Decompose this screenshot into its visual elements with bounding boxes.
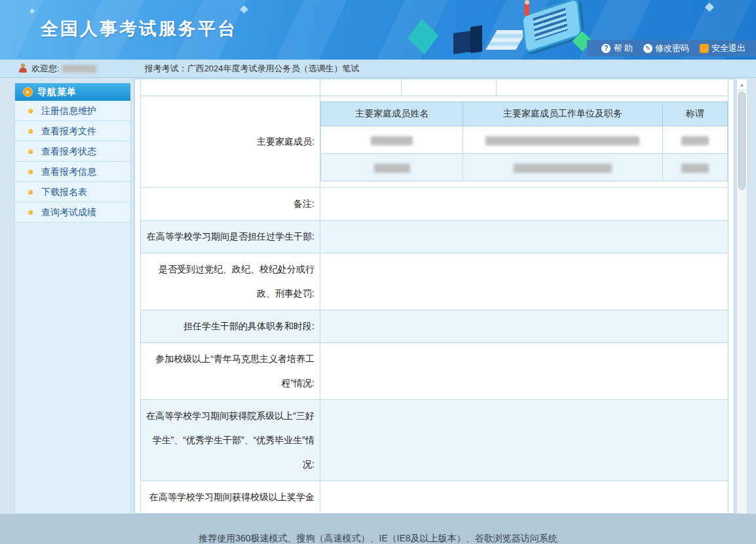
- row-label: 担任学生干部的具体职务和时段:: [146, 314, 314, 338]
- sidebar: ▾ 导航菜单 注册信息维护 查看报考文件 查看报考状态 查看报考信息 下载报名表…: [14, 83, 131, 514]
- exam-label: 报考考试：广西2024年度考试录用公务员（选调生）笔试: [145, 63, 360, 75]
- row-value: [320, 188, 728, 220]
- sidebar-item-exam-documents[interactable]: 查看报考文件: [15, 121, 130, 141]
- row-value: [320, 310, 728, 342]
- bullet-icon: [28, 129, 33, 134]
- row-value: [320, 343, 728, 399]
- family-col-name: 主要家庭成员姓名: [321, 102, 463, 126]
- scrollbar-thumb[interactable]: [738, 92, 746, 190]
- scroll-up-arrow-icon[interactable]: ▲: [737, 79, 747, 90]
- row-value: [320, 481, 728, 514]
- sidebar-item-exam-results[interactable]: 查询考试成绩: [15, 202, 130, 223]
- row-value: [320, 221, 728, 253]
- main-content: 主要家庭成员: 主要家庭成员姓名 主要家庭成员工作单位及职务 称谓: [134, 79, 734, 514]
- help-button[interactable]: ? 帮 助: [601, 43, 633, 54]
- help-label: 帮 助: [613, 43, 633, 54]
- site-title: 全国人事考试服务平台: [41, 17, 237, 41]
- illustration-diamond-icon: [407, 19, 438, 54]
- chevron-down-icon: ▾: [23, 87, 33, 97]
- header-action-strip: ? 帮 助 ✎ 修改密码 → 安全退出: [587, 40, 756, 56]
- redacted-relation: [681, 164, 709, 173]
- illustration-person-icon: [524, 4, 529, 16]
- footer: 推荐使用360极速模式、搜狗（高速模式）、IE（IE8及以上版本）、谷歌浏览器访…: [0, 514, 756, 544]
- form-row-discipline-punishment: 是否受到过党纪、政纪、校纪处分或行政、刑事处罚:: [141, 253, 728, 310]
- form-row-cadre-position-period: 担任学生干部的具体职务和时段:: [141, 310, 728, 343]
- sidebar-item-download-form[interactable]: 下载报名表: [15, 182, 130, 202]
- form-row-remarks: 备注:: [141, 188, 728, 221]
- welcome-label: 欢迎您:: [31, 63, 60, 75]
- row-value: [320, 253, 728, 310]
- redacted-username: [62, 65, 96, 73]
- row-value: [320, 400, 728, 481]
- browser-recommendation-text: 推荐使用360极速模式、搜狗（高速模式）、IE（IE8及以上版本）、谷歌浏览器访…: [0, 514, 756, 544]
- welcome-bar: 欢迎您: 报考考试：广西2024年度考试录用公务员（选调生）笔试: [0, 60, 756, 78]
- change-password-button[interactable]: ✎ 修改密码: [643, 43, 689, 54]
- bullet-icon: [28, 149, 33, 154]
- redacted-name: [374, 164, 410, 173]
- family-col-workunit: 主要家庭成员工作单位及职务: [463, 102, 662, 126]
- decor-diamond-icon: [705, 3, 714, 12]
- row-label: 在高等学校学习期间获得校级以上奖学金情况:: [146, 485, 314, 514]
- form-row-student-cadre: 在高等学校学习期间是否担任过学生干部:: [141, 221, 728, 253]
- sidebar-item-exam-info[interactable]: 查看报考信息: [15, 162, 130, 182]
- registration-form-table: 主要家庭成员: 主要家庭成员姓名 主要家庭成员工作单位及职务 称谓: [140, 79, 728, 514]
- sidebar-item-label: 查看报考文件: [41, 126, 96, 136]
- bullet-icon: [28, 109, 33, 113]
- row-label: 参加校级以上“青年马克思主义者培养工程”情况:: [146, 347, 314, 395]
- sidebar-item-label: 查看报考信息: [41, 166, 96, 177]
- redacted-relation: [681, 136, 709, 145]
- change-password-icon: ✎: [643, 44, 652, 53]
- family-members-table: 主要家庭成员姓名 主要家庭成员工作单位及职务 称谓: [320, 101, 728, 181]
- sidebar-item-label: 查询考试成绩: [41, 207, 96, 217]
- table-row: [321, 126, 728, 154]
- row-label: 在高等学校学习期间是否担任过学生干部:: [146, 225, 314, 249]
- redacted-workunit: [514, 164, 612, 173]
- table-row: [321, 154, 728, 181]
- vertical-scrollbar[interactable]: ▲: [736, 79, 747, 514]
- row-label: 主要家庭成员:: [146, 130, 314, 154]
- sidebar-item-label: 下载报名表: [41, 187, 87, 197]
- decor-diamond-icon: [240, 5, 248, 14]
- logout-button[interactable]: → 安全退出: [700, 43, 746, 54]
- change-password-label: 修改密码: [655, 43, 689, 54]
- page: 全国人事考试服务平台 ? 帮 助 ✎ 修改密码 →: [0, 0, 756, 544]
- help-icon: ?: [601, 44, 611, 53]
- decor-diamond-icon: [29, 9, 35, 14]
- form-row-honors: 在高等学校学习期间获得院系级以上“三好学生”、“优秀学生干部”、“优秀毕业生”情…: [141, 400, 728, 481]
- bullet-icon: [28, 190, 33, 194]
- user-icon: [18, 63, 28, 73]
- row-label: 在高等学校学习期间获得院系级以上“三好学生”、“优秀学生干部”、“优秀毕业生”情…: [146, 404, 314, 477]
- sidebar-item-label: 注册信息维护: [41, 105, 96, 116]
- logout-label: 安全退出: [711, 43, 746, 54]
- banner-illustration: [393, 0, 603, 60]
- clipped-row: [141, 79, 728, 96]
- form-row-scholarship: 在高等学校学习期间获得校级以上奖学金情况:: [141, 481, 728, 514]
- illustration-building-icon: [470, 26, 482, 54]
- redacted-workunit: [485, 136, 639, 145]
- illustration-person-icon: [525, 0, 529, 5]
- form-row-family-members: 主要家庭成员: 主要家庭成员姓名 主要家庭成员工作单位及职务 称谓: [141, 96, 728, 188]
- illustration-stairs-icon: [485, 30, 527, 50]
- top-banner: 全国人事考试服务平台 ? 帮 助 ✎ 修改密码 →: [0, 0, 756, 60]
- redacted-name: [371, 136, 413, 145]
- sidebar-item-label: 查看报考状态: [41, 146, 96, 156]
- family-table-header-row: 主要家庭成员姓名 主要家庭成员工作单位及职务 称谓: [321, 102, 728, 126]
- logout-icon: →: [700, 44, 709, 53]
- sidebar-item-registration-info[interactable]: 注册信息维护: [15, 101, 130, 121]
- sidebar-nav-header: ▾ 导航菜单: [15, 83, 130, 101]
- row-label: 是否受到过党纪、政纪、校纪处分或行政、刑事处罚:: [146, 257, 314, 306]
- sidebar-item-exam-status[interactable]: 查看报考状态: [15, 141, 130, 162]
- form-row-marxist-program: 参加校级以上“青年马克思主义者培养工程”情况:: [141, 343, 728, 400]
- bullet-icon: [28, 210, 33, 215]
- sidebar-title: 导航菜单: [37, 86, 77, 98]
- bullet-icon: [28, 170, 33, 174]
- row-label: 备注:: [146, 192, 314, 216]
- family-col-relation: 称谓: [662, 102, 727, 126]
